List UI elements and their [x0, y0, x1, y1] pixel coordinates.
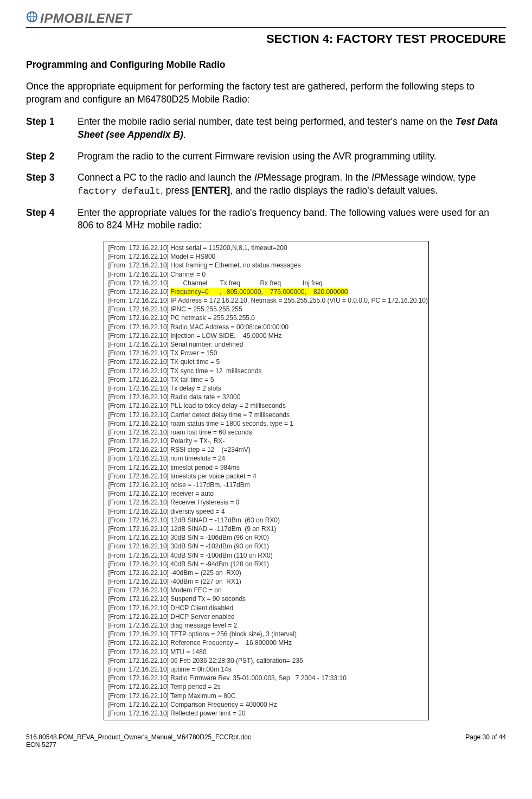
term-line: 06 Feb 2036 22:28:30 (PST), calibration=… [170, 657, 303, 664]
term-prefix: [From: 172.16.22.10] [108, 648, 171, 656]
term-prefix: [From: 172.16.22.10] [108, 446, 171, 453]
term-line: TX tail time = 5 [170, 376, 214, 383]
term-line: Tx delay = 2 slots [170, 385, 221, 392]
term-prefix: [From: 172.16.22.10] [108, 244, 171, 252]
term-prefix: [From: 172.16.22.10] [108, 314, 171, 322]
term-prefix: [From: 172.16.22.10] [108, 261, 171, 269]
term-line: timeslots per voice packet = 4 [170, 472, 256, 480]
term-prefix: [From: 172.16.22.10] [108, 420, 171, 427]
term-line-highlight: Frequency=0 , 805.000000, 775.000000, 82… [170, 288, 348, 296]
term-line: Carrier detect delay time = 7 millisecon… [170, 411, 290, 419]
step-label: Step 3 [26, 171, 78, 198]
step-3: Step 3 Connect a PC to the radio and lau… [26, 171, 506, 198]
term-line: Temp Maximum = 80C [170, 692, 235, 700]
term-line: diversity speed = 4 [170, 508, 225, 515]
term-prefix: [From: 172.16.22.10] [108, 657, 171, 664]
term-line: 30dB S/N = -102dBm (93 on RX1) [170, 542, 269, 550]
term-line: DHCP Client disabled [170, 604, 233, 612]
text: IP [371, 172, 381, 183]
term-line: TX quiet time = 5 [170, 358, 220, 366]
brand-text: IPMOBILENET [40, 11, 132, 26]
term-prefix: [From: 172.16.22.10] [108, 271, 171, 278]
term-line: -40dBm = (225 on RX0) [170, 569, 241, 577]
key: [ENTER] [191, 185, 230, 196]
term-line: Serial number: undefined [170, 341, 243, 348]
term-line: 12dB SINAD = -117dBm (63 on RX0) [170, 516, 280, 524]
step-1: Step 1 Enter the mobile radio serial num… [26, 116, 506, 141]
term-line: Radio data rate = 32000 [170, 393, 240, 401]
term-prefix: [From: 172.16.22.10] [108, 490, 171, 497]
term-prefix: [From: 172.16.22.10] [108, 472, 171, 480]
term-prefix: [From: 172.16.22.10] [108, 630, 171, 638]
intro-text: Once the appropriate equipment for perfo… [26, 80, 506, 106]
term-line: receiver = auto [170, 490, 214, 497]
text: , and the radio displays the radio's def… [230, 185, 438, 196]
term-prefix: [From: 172.16.22.10] [108, 437, 171, 445]
term-line: IPNC = 255.255.255.255 [170, 305, 242, 313]
term-prefix: [From: 172.16.22.10] [108, 569, 171, 577]
step-2: Step 2 Program the radio to the current … [26, 150, 506, 163]
term-line: -40dBm = (227 on RX1) [170, 578, 241, 585]
globe-icon [26, 11, 38, 26]
term-line: Polarity = TX-, RX- [170, 437, 225, 445]
step-label: Step 2 [26, 150, 78, 163]
term-prefix: [From: 172.16.22.10] [108, 666, 171, 673]
term-prefix: [From: 172.16.22.10] [108, 253, 171, 260]
term-prefix: [From: 172.16.22.10] [108, 305, 171, 313]
term-line: 40dB S/N = -94dBm (128 on RX1) [170, 560, 269, 568]
page-footer: 516.80548.POM_REVA_Product_Owner's_Manua… [26, 733, 506, 749]
step-4: Step 4 Enter the appropriate values for … [26, 207, 506, 232]
text: , press [161, 185, 191, 196]
term-line: 12dB SINAD = -117dBm (9 on RX1) [170, 525, 276, 533]
term-line: Host framing = Ethernet, no status messa… [170, 261, 300, 269]
terminal-output: [From: 172.16.22.10] Host serial = 11520… [104, 241, 429, 720]
step-label: Step 4 [26, 207, 78, 232]
term-prefix: [From: 172.16.22.10] [108, 385, 171, 392]
step-label: Step 1 [26, 116, 78, 141]
term-line: timeslot period = 984ms [170, 464, 240, 471]
term-line: diag message level = 2 [170, 622, 237, 629]
term-line: RSSI step = 12 (=234mV) [170, 446, 250, 453]
term-line: Modem FEC = on [170, 586, 221, 594]
term-prefix: [From: 172.16.22.10] [108, 674, 171, 682]
term-prefix: [From: 172.16.22.10] [108, 595, 171, 603]
term-line: Channel = 0 [170, 271, 206, 278]
term-line: Model = HS800 [170, 253, 215, 260]
text: Connect a PC to the radio and launch the [78, 172, 254, 183]
footer-ecn: ECN-5277 [26, 741, 251, 749]
term-prefix: [From: 172.16.22.10] [108, 367, 171, 375]
page-number-label: Page 30 of [465, 733, 498, 741]
term-prefix: [From: 172.16.22.10] [108, 455, 171, 462]
subheading: Programming and Configuring Mobile Radio [26, 59, 506, 71]
term-line: MTU = 1480 [170, 648, 206, 656]
term-line: Reference Frequency = 16.800000 MHz [170, 639, 292, 647]
text: Message program. In the [263, 172, 371, 183]
term-prefix: [From: 172.16.22.10] [108, 534, 171, 541]
term-line: num timeslots = 24 [170, 455, 225, 462]
term-line: roam status time = 1800 seconds, type = … [170, 420, 293, 427]
text: IP [254, 172, 264, 183]
term-prefix: [From: 172.16.22.10] [108, 683, 171, 691]
code: factory default [78, 186, 161, 196]
term-prefix: [From: 172.16.22.10] [108, 288, 171, 296]
term-prefix: [From: 172.16.22.10] [108, 586, 171, 594]
term-line: uptime = 0h:00m:14s [170, 666, 231, 673]
term-prefix: [From: 172.16.22.10] [108, 349, 171, 357]
term-line: PC netmask = 255.255.255.0 [170, 314, 255, 322]
term-prefix: [From: 172.16.22.10] [108, 552, 171, 559]
text: Message window, type [380, 172, 476, 183]
term-line: Channel Tx freq Rx freq Inj freq [170, 279, 323, 287]
term-prefix: [From: 172.16.22.10] [108, 692, 171, 700]
text: Enter the mobile radio serial number, da… [78, 116, 456, 127]
term-prefix: [From: 172.16.22.10] [108, 464, 171, 471]
term-line: Reflected power limit = 20 [170, 709, 245, 717]
term-prefix: [From: 172.16.22.10] [108, 604, 171, 612]
brand-logo: IPMOBILENET [26, 11, 506, 26]
term-prefix: [From: 172.16.22.10] [108, 429, 171, 436]
term-prefix: [From: 172.16.22.10] [108, 402, 171, 410]
term-line: Receiver Hysteresis = 0 [170, 498, 239, 506]
term-prefix: [From: 172.16.22.10] [108, 639, 171, 647]
term-line: Radio MAC Address = 00:08:ce:00:00:00 [170, 323, 289, 331]
term-line: roam lost time = 60 seconds [170, 429, 252, 436]
term-prefix: [From: 172.16.22.10] [108, 542, 171, 550]
